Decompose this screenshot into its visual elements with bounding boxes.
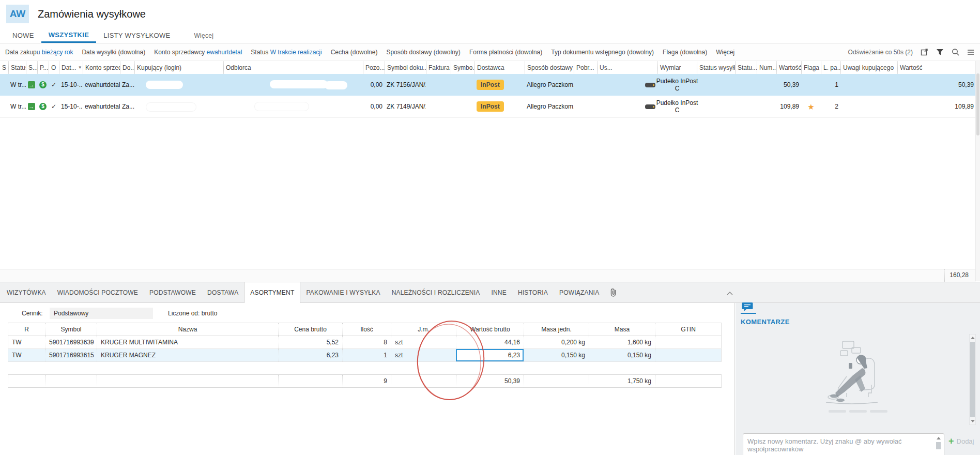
col-pobranie[interactable]: Pobr...: [574, 61, 597, 74]
acol-cena-brutto[interactable]: Cena brutto: [278, 323, 342, 336]
col-statu[interactable]: Statu...: [735, 61, 757, 74]
comments-scrollbar[interactable]: [969, 334, 976, 425]
flag-star-icon[interactable]: ★: [801, 96, 821, 117]
filter-value[interactable]: (dowolny): [627, 49, 654, 56]
filter-forma-platnosci[interactable]: Forma płatności (dowolna): [469, 49, 542, 56]
filter-value[interactable]: bieżący rok: [42, 49, 73, 56]
col-faktura[interactable]: Faktura: [426, 61, 451, 74]
dtab-asortyment[interactable]: ASORTYMENT: [244, 282, 300, 303]
dtab-inne[interactable]: INNE: [485, 282, 512, 302]
filter-cecha[interactable]: Cecha (dowolne): [331, 49, 378, 56]
grid-scrollbar-thumb[interactable]: [976, 73, 979, 135]
order-row[interactable]: W tr... → $ ✓ 15-10-... ewahurtdetal Za.…: [0, 96, 976, 118]
comment-scrollbar-thumb[interactable]: [936, 442, 941, 449]
scroll-down-icon[interactable]: [971, 420, 975, 422]
col-status[interactable]: Status: [8, 61, 26, 74]
cell-uwagi: [840, 96, 897, 117]
comment-input-scrollbar[interactable]: [936, 436, 942, 455]
collapse-panel-icon[interactable]: [727, 290, 733, 297]
comment-input[interactable]: [746, 436, 929, 455]
add-comment-button[interactable]: + Dodaj: [948, 436, 974, 446]
col-do[interactable]: Do...: [120, 61, 134, 74]
col-dostawca[interactable]: Dostawca: [474, 61, 525, 74]
col-wartosc[interactable]: Wartość...: [776, 61, 801, 74]
cell-symbol-dokumentu: ZK 7149/JAN/1...: [385, 96, 426, 117]
grid-scrollbar[interactable]: [975, 61, 980, 281]
acol-r[interactable]: R: [8, 323, 45, 336]
asortyment-row[interactable]: TW 5901716993639 KRUGER MULTIWITAMINA 5,…: [8, 336, 722, 349]
filter-data-zakupu[interactable]: Data zakupu bieżący rok: [5, 49, 73, 56]
filter-value[interactable]: (dowolna): [680, 49, 707, 56]
col-wartosc-koncowa[interactable]: Wartość: [897, 61, 976, 74]
acol-masa-jedn[interactable]: Masa jedn.: [524, 323, 589, 336]
acol-symbol[interactable]: Symbol: [45, 323, 97, 336]
cennik-input[interactable]: [50, 308, 153, 319]
dtab-wizytowka[interactable]: WIZYTÓWKA: [1, 282, 52, 302]
col-konto-sprzedawcy[interactable]: Konto sprzed...: [83, 61, 120, 74]
filter-flaga[interactable]: Flaga (dowolna): [663, 49, 707, 56]
tab-listy-wysylkowe[interactable]: LISTY WYSYŁKOWE: [96, 28, 177, 43]
comments-bubble-icon[interactable]: [742, 302, 753, 313]
tab-nowe[interactable]: NOWE: [5, 28, 41, 43]
filter-status[interactable]: Status W trakcie realizacji: [251, 49, 321, 56]
dtab-naleznosci-i-rozliczenia[interactable]: NALEŻNOŚCI I ROZLICZENIA: [386, 282, 486, 302]
acol-jm[interactable]: J.m.: [391, 323, 456, 336]
inpost-badge: InPost: [477, 101, 504, 112]
col-status-wysylki[interactable]: Status wysyłki: [697, 61, 735, 74]
col-o[interactable]: O: [49, 61, 59, 74]
filter-data-wysylki[interactable]: Data wysyłki (dowolna): [82, 49, 145, 56]
filter-funnel-icon[interactable]: [936, 48, 944, 56]
col-odbiorca[interactable]: Odbiorca: [223, 61, 363, 74]
col-symbol-dokumentu[interactable]: Symbol doku...: [385, 61, 426, 74]
order-row[interactable]: W tr... → $ ✓ 15-10-... ewahurtdetal Za.…: [0, 74, 976, 96]
dtab-dostawa[interactable]: DOSTAWA: [202, 282, 244, 302]
filter-typ-dokumentu[interactable]: Typ dokumentu wstępnego (dowolny): [551, 49, 654, 56]
filter-value[interactable]: (dowolna): [515, 49, 543, 56]
acol-wartosc-brutto[interactable]: Wartość brutto: [456, 323, 524, 336]
filter-wiecej[interactable]: Więcej: [716, 49, 734, 56]
col-s2[interactable]: S...: [26, 61, 37, 74]
filter-value[interactable]: (dowolne): [350, 49, 378, 56]
dtab-powiazania[interactable]: POWIĄZANIA: [554, 282, 605, 302]
acol-gtin[interactable]: GTIN: [655, 323, 722, 336]
dtab-podstawowe[interactable]: PODSTAWOWE: [144, 282, 202, 302]
selected-cell-wartosc[interactable]: 6,23: [456, 349, 524, 361]
col-uwagi-kupujacego[interactable]: Uwagi kupującego: [840, 61, 897, 74]
filter-value[interactable]: W trakcie realizacji: [270, 49, 322, 56]
col-s[interactable]: S: [0, 61, 8, 74]
scroll-up-icon[interactable]: [937, 437, 941, 439]
filter-value[interactable]: ewahurtdetal: [207, 49, 242, 56]
scroll-up-icon[interactable]: [971, 337, 975, 339]
col-wymiar[interactable]: Wymiar: [657, 61, 697, 74]
asortyment-empty-space: [8, 362, 722, 374]
menu-icon[interactable]: [967, 48, 975, 56]
asortyment-row[interactable]: TW 5901716993615 KRUGER MAGNEZ 6,23 1 sz…: [8, 349, 722, 362]
dtab-pakowanie-i-wysylka[interactable]: PAKOWANIE I WYSYŁKA: [300, 282, 386, 302]
tab-wszystkie[interactable]: WSZYSTKIE: [41, 28, 97, 43]
export-icon[interactable]: [920, 48, 928, 56]
search-icon[interactable]: [951, 48, 959, 56]
col-usluga[interactable]: Us...: [597, 61, 657, 74]
filter-konto-sprzedawcy[interactable]: Konto sprzedawcy ewahurtdetal: [154, 49, 242, 56]
acol-nazwa[interactable]: Nazwa: [97, 323, 278, 336]
col-sposob-dostawy[interactable]: Sposób dostawy: [525, 61, 574, 74]
filter-value[interactable]: (dowolna): [118, 49, 145, 56]
col-kupujacy[interactable]: Kupujący (login): [134, 61, 223, 74]
filter-value[interactable]: (dowolny): [434, 49, 461, 56]
col-pozostalo[interactable]: Pozo...: [363, 61, 385, 74]
acol-masa[interactable]: Masa: [589, 323, 655, 336]
comments-scrollbar-thumb[interactable]: [970, 342, 975, 417]
acol-ilosc[interactable]: Ilość: [342, 323, 391, 336]
paperclip-icon[interactable]: [610, 282, 617, 302]
sort-desc-icon: ▼: [78, 65, 82, 70]
col-flaga[interactable]: Flaga: [801, 61, 821, 74]
filter-sposob-dostawy[interactable]: Sposób dostawy (dowolny): [386, 49, 460, 56]
dtab-wiadomosci-pocztowe[interactable]: WIADOMOŚCI POCZTOWE: [52, 282, 144, 302]
col-data[interactable]: Dat...▼: [59, 61, 83, 74]
col-p[interactable]: P...: [37, 61, 49, 74]
tab-wiecej[interactable]: Więcej: [187, 28, 221, 43]
col-numer[interactable]: Num...: [757, 61, 776, 74]
dtab-historia[interactable]: HISTORIA: [512, 282, 554, 302]
col-symbol[interactable]: Symbo...: [451, 61, 474, 74]
col-liczba-paczek[interactable]: L. pa...: [821, 61, 840, 74]
